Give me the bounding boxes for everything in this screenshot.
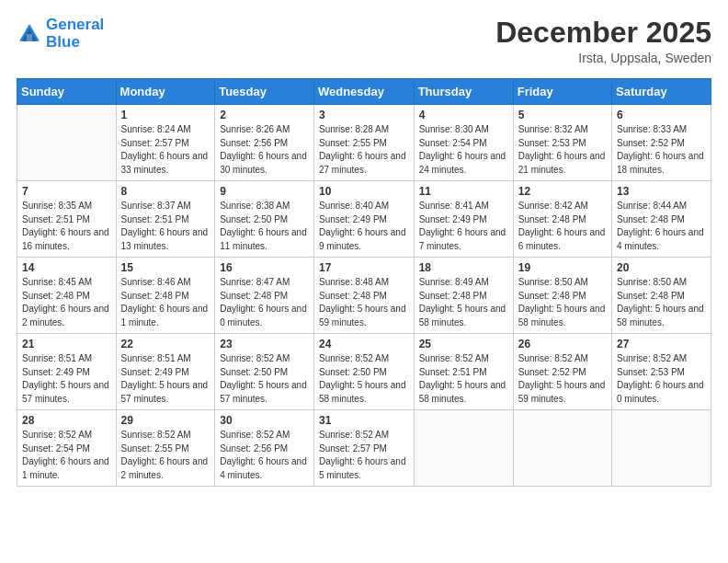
calendar-cell: 11Sunrise: 8:41 AMSunset: 2:49 PMDayligh… [414, 181, 513, 258]
day-number: 21 [22, 338, 111, 350]
day-info: Sunrise: 8:46 AMSunset: 2:48 PMDaylight:… [121, 276, 210, 329]
logo-icon [17, 21, 42, 47]
day-info: Sunrise: 8:37 AMSunset: 2:51 PMDaylight:… [121, 200, 210, 253]
calendar-table: SundayMondayTuesdayWednesdayThursdayFrid… [17, 78, 711, 487]
day-number: 1 [121, 109, 210, 121]
day-number: 26 [518, 338, 607, 350]
day-number: 10 [319, 185, 409, 198]
day-info: Sunrise: 8:44 AMSunset: 2:48 PMDaylight:… [617, 200, 706, 253]
day-number: 27 [617, 338, 706, 350]
calendar-cell: 3Sunrise: 8:28 AMSunset: 2:55 PMDaylight… [313, 105, 414, 181]
week-row-1: 1Sunrise: 8:24 AMSunset: 2:57 PMDaylight… [17, 105, 711, 181]
day-number: 3 [319, 109, 409, 121]
calendar-cell [612, 410, 711, 487]
calendar-cell: 16Sunrise: 8:47 AMSunset: 2:48 PMDayligh… [215, 258, 314, 334]
day-info: Sunrise: 8:47 AMSunset: 2:48 PMDaylight:… [220, 276, 309, 329]
day-number: 30 [220, 414, 309, 427]
title-block: December 2025 Irsta, Uppsala, Sweden [495, 17, 711, 65]
calendar-cell: 30Sunrise: 8:52 AMSunset: 2:56 PMDayligh… [215, 410, 314, 487]
day-info: Sunrise: 8:28 AMSunset: 2:55 PMDaylight:… [319, 123, 409, 177]
day-info: Sunrise: 8:52 AMSunset: 2:53 PMDaylight:… [617, 352, 706, 406]
month-title: December 2025 [495, 17, 711, 49]
calendar-cell: 21Sunrise: 8:51 AMSunset: 2:49 PMDayligh… [17, 334, 117, 410]
day-info: Sunrise: 8:50 AMSunset: 2:48 PMDaylight:… [617, 276, 706, 329]
weekday-header-row: SundayMondayTuesdayWednesdayThursdayFrid… [17, 79, 711, 105]
calendar-cell: 4Sunrise: 8:30 AMSunset: 2:54 PMDaylight… [414, 105, 513, 181]
page: General Blue December 2025 Irsta, Uppsal… [0, 0, 728, 563]
day-number: 14 [22, 261, 111, 274]
day-info: Sunrise: 8:40 AMSunset: 2:49 PMDaylight:… [319, 200, 409, 253]
day-number: 17 [319, 261, 409, 274]
day-info: Sunrise: 8:52 AMSunset: 2:56 PMDaylight:… [220, 429, 309, 482]
weekday-header-thursday: Thursday [414, 79, 513, 105]
day-number: 12 [518, 185, 607, 198]
day-info: Sunrise: 8:52 AMSunset: 2:57 PMDaylight:… [319, 429, 409, 482]
calendar-cell: 23Sunrise: 8:52 AMSunset: 2:50 PMDayligh… [215, 334, 314, 410]
day-number: 13 [617, 185, 706, 198]
day-info: Sunrise: 8:52 AMSunset: 2:52 PMDaylight:… [518, 352, 607, 406]
calendar-cell: 29Sunrise: 8:52 AMSunset: 2:55 PMDayligh… [116, 410, 215, 487]
calendar-cell [17, 105, 117, 181]
day-number: 25 [419, 338, 508, 350]
day-number: 7 [22, 185, 111, 198]
header: General Blue December 2025 Irsta, Uppsal… [17, 17, 711, 65]
weekday-header-tuesday: Tuesday [215, 79, 314, 105]
location: Irsta, Uppsala, Sweden [495, 51, 711, 65]
day-info: Sunrise: 8:52 AMSunset: 2:50 PMDaylight:… [220, 352, 309, 406]
logo: General Blue [17, 17, 104, 51]
day-info: Sunrise: 8:33 AMSunset: 2:52 PMDaylight:… [617, 123, 706, 177]
day-info: Sunrise: 8:52 AMSunset: 2:51 PMDaylight:… [419, 352, 508, 406]
weekday-header-monday: Monday [116, 79, 215, 105]
week-row-5: 28Sunrise: 8:52 AMSunset: 2:54 PMDayligh… [17, 410, 711, 487]
weekday-header-friday: Friday [513, 79, 611, 105]
day-number: 18 [419, 261, 508, 274]
day-info: Sunrise: 8:26 AMSunset: 2:56 PMDaylight:… [220, 123, 309, 177]
day-info: Sunrise: 8:30 AMSunset: 2:54 PMDaylight:… [419, 123, 508, 177]
day-info: Sunrise: 8:42 AMSunset: 2:48 PMDaylight:… [518, 200, 607, 253]
calendar-cell: 27Sunrise: 8:52 AMSunset: 2:53 PMDayligh… [612, 334, 711, 410]
day-number: 19 [518, 261, 607, 274]
day-number: 24 [319, 338, 409, 350]
calendar-cell: 25Sunrise: 8:52 AMSunset: 2:51 PMDayligh… [414, 334, 513, 410]
logo-text: General Blue [46, 17, 104, 51]
calendar-cell: 20Sunrise: 8:50 AMSunset: 2:48 PMDayligh… [612, 258, 711, 334]
day-number: 23 [220, 338, 309, 350]
calendar-cell: 5Sunrise: 8:32 AMSunset: 2:53 PMDaylight… [513, 105, 611, 181]
day-number: 29 [121, 414, 210, 427]
calendar-cell: 18Sunrise: 8:49 AMSunset: 2:48 PMDayligh… [414, 258, 513, 334]
calendar-cell: 24Sunrise: 8:52 AMSunset: 2:50 PMDayligh… [313, 334, 414, 410]
calendar-cell: 7Sunrise: 8:35 AMSunset: 2:51 PMDaylight… [17, 181, 117, 258]
day-number: 31 [319, 414, 409, 427]
day-number: 2 [220, 109, 309, 121]
calendar-cell: 1Sunrise: 8:24 AMSunset: 2:57 PMDaylight… [116, 105, 215, 181]
weekday-header-sunday: Sunday [17, 79, 117, 105]
calendar-cell: 10Sunrise: 8:40 AMSunset: 2:49 PMDayligh… [313, 181, 414, 258]
week-row-4: 21Sunrise: 8:51 AMSunset: 2:49 PMDayligh… [17, 334, 711, 410]
calendar-cell: 13Sunrise: 8:44 AMSunset: 2:48 PMDayligh… [612, 181, 711, 258]
calendar-cell: 8Sunrise: 8:37 AMSunset: 2:51 PMDaylight… [116, 181, 215, 258]
calendar-cell: 22Sunrise: 8:51 AMSunset: 2:49 PMDayligh… [116, 334, 215, 410]
calendar-cell: 31Sunrise: 8:52 AMSunset: 2:57 PMDayligh… [313, 410, 414, 487]
day-info: Sunrise: 8:45 AMSunset: 2:48 PMDaylight:… [22, 276, 111, 329]
day-number: 5 [518, 109, 607, 121]
logo-general: General [46, 16, 104, 33]
day-info: Sunrise: 8:52 AMSunset: 2:55 PMDaylight:… [121, 429, 210, 482]
day-number: 15 [121, 261, 210, 274]
day-number: 28 [22, 414, 111, 427]
day-info: Sunrise: 8:41 AMSunset: 2:49 PMDaylight:… [419, 200, 508, 253]
day-info: Sunrise: 8:48 AMSunset: 2:48 PMDaylight:… [319, 276, 409, 329]
calendar-cell [414, 410, 513, 487]
day-info: Sunrise: 8:24 AMSunset: 2:57 PMDaylight:… [121, 123, 210, 177]
day-info: Sunrise: 8:51 AMSunset: 2:49 PMDaylight:… [22, 352, 111, 406]
day-number: 22 [121, 338, 210, 350]
day-number: 20 [617, 261, 706, 274]
day-info: Sunrise: 8:51 AMSunset: 2:49 PMDaylight:… [121, 352, 210, 406]
calendar-cell: 26Sunrise: 8:52 AMSunset: 2:52 PMDayligh… [513, 334, 611, 410]
calendar-cell: 15Sunrise: 8:46 AMSunset: 2:48 PMDayligh… [116, 258, 215, 334]
week-row-3: 14Sunrise: 8:45 AMSunset: 2:48 PMDayligh… [17, 258, 711, 334]
day-info: Sunrise: 8:50 AMSunset: 2:48 PMDaylight:… [518, 276, 607, 329]
calendar-cell: 14Sunrise: 8:45 AMSunset: 2:48 PMDayligh… [17, 258, 117, 334]
calendar-cell: 2Sunrise: 8:26 AMSunset: 2:56 PMDaylight… [215, 105, 314, 181]
weekday-header-wednesday: Wednesday [313, 79, 414, 105]
calendar-cell: 12Sunrise: 8:42 AMSunset: 2:48 PMDayligh… [513, 181, 611, 258]
